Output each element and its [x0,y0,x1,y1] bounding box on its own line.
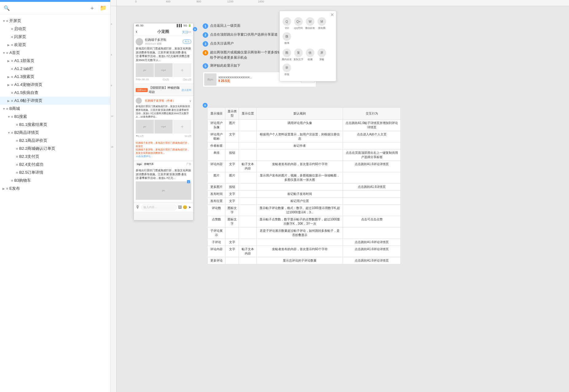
page-icon: ≡ [11,131,13,134]
collect-icon: 收 [306,49,314,57]
sidebar-item-a1-landing[interactable]: ▶≡A1.1部落页 [0,57,110,65]
table-cell-4-4: 点击跳转A1.6评论详情页 [343,161,401,172]
phone-more-button[interactable]: ··· [188,29,191,34]
table-row: 发布位置文字标记用户位置 [208,198,401,205]
table-cell-7-3: 标记帖子发布时间 [257,191,343,198]
sidebar-item-b2-4-pay-success[interactable]: ≡B2.4支付成功 [0,161,110,169]
tree-item-label: B1搜索 [14,114,27,119]
tree-arrow: ▼ [2,107,6,111]
anno-num-5: 5 [203,63,208,69]
add-page-button[interactable]: ＋ [89,4,95,12]
share-modal-close[interactable]: ✕ [330,12,334,17]
section-enter-button[interactable]: 进入近邻 [181,88,191,92]
share-wechat[interactable]: W 微信好友 [306,17,315,30]
sidebar-item-b2-5-order-detail[interactable]: ≡B2.5订单详情 [0,169,110,177]
anno-text-5: 测评贴此处显示如下 [210,63,240,68]
sidebar-item-b2-product-detail[interactable]: ▼≡B2商品详情页 [0,129,110,137]
post-username: 狂跑喵子多牙鞋 [145,38,183,42]
tree-arrow: ▼ [2,51,6,55]
emoji-icon[interactable]: 😊 [183,205,187,209]
table-cell-14-2 [239,257,257,264]
table-cell-6-2 [239,184,257,191]
copy-label: 复制文字 [294,58,303,61]
phone-back-button[interactable]: ‹ [136,29,137,34]
sidebar-item-b1-search[interactable]: ▼≡B1搜索 [0,113,110,121]
tree-arrow: ▶ [2,187,6,190]
page-icon: ≡ [11,43,13,47]
table-row: 评论内容文字帖子文本内容发帖者发布的内容，首次显示约60个字符点击跳转A1.6评… [208,161,401,172]
sidebar-item-b-mall[interactable]: ▼≡B商城 [0,105,110,113]
folder-button[interactable]: 📁 [100,5,107,11]
col-header-action: 交互行为 [343,108,401,120]
table-cell-10-0: 点赞数 [208,216,225,227]
sidebar-item-a1-post-detail[interactable]: ▶≡A1.6帖子详情页 [0,97,110,105]
canvas-main: 0 400 800 1200 1600 0 4 8 12 16 45: 50 ▌… [111,0,569,392]
share-moments[interactable]: M 朋友圈 [317,17,326,30]
table-cell-9-2 [239,205,257,216]
table-cell-1-0: 评论用户昵称 [208,131,225,142]
table-cell-5-0: 图片 [208,172,225,184]
sidebar-item-a-home[interactable]: ▼≡A首页 [0,49,110,57]
page-icon: ≡ [16,163,18,166]
sidebar-item-e-publish[interactable]: ▶≡E发布 [0,184,110,192]
sidebar-item-startup[interactable]: ≡启动页 [0,25,110,33]
table-cell-13-0: 评论内容 [208,246,225,257]
share-nearby[interactable]: 圈 圈内好友 [282,49,291,61]
review-link[interactable]: 10条免费评论... [136,155,191,158]
section-header: 活跃icon 【猫猫部落】神秘的咖啡款 进入近邻 [134,84,193,96]
weibo-icon: 微 [283,32,291,41]
share-collect[interactable]: 收 收藏 [306,49,315,61]
share-report[interactable]: 举 举报 [282,64,291,76]
table-cell-8-4 [343,198,401,205]
table-cell-9-4 [343,205,401,216]
search-icon[interactable]: 🔍 [4,5,10,11]
share-block[interactable]: 屏 屏蔽 [317,49,326,61]
col-header-position: 显示位置 [239,108,257,120]
sidebar-item-welcome[interactable]: ▶≡欢迎页 [0,41,110,49]
follow-badge[interactable]: 关注 [182,30,188,34]
table-cell-12-3 [257,239,343,246]
share-copy[interactable]: 复 复制文字 [294,49,303,61]
sidebar-item-open-screen[interactable]: ▼≡开屏页 [0,17,110,25]
sidebar-item-a1-tab[interactable]: ≡A1.2 tab栏 [0,65,110,73]
sidebar-item-b2-3-pay[interactable]: ≡B2.3支付页 [0,153,110,161]
follow-button[interactable]: 关注 [183,39,191,44]
sidebar: 🔍 ＋ 📁 ▼≡开屏页≡启动页≡闪屏页▶≡欢迎页▼≡A首页▶≡A1.1部落页≡A… [0,0,111,392]
sidebar-item-flash[interactable]: ≡闪屏页 [0,33,110,41]
wechat-label: 微信好友 [305,26,315,30]
post-add-button[interactable]: + [173,63,191,77]
horizontal-ruler: 0 400 800 1200 1600 [117,0,569,6]
page-icon: ≡ [11,75,13,79]
col-header-item: 显示项目 [208,108,225,120]
table-row: 评论数图标文字显示帖子评论数量，格式：数字。超过1000显示用数字K,超过100… [208,205,401,216]
v-ruler-0: 0 [111,23,112,25]
report-label: 举报 [284,73,289,76]
comment-input[interactable]: 输入内容... [141,204,177,210]
table-cell-11-0: 子评论展示 [208,227,225,239]
mic-icon[interactable]: 🎙 [136,205,140,210]
send-icon[interactable]: ➤ [188,205,191,209]
phone-content: 狂跑喵子多牙鞋 2022/11/2 成都 关注 多地流行景区门票减免或打折，发放… [134,36,193,220]
sidebar-item-a1-search[interactable]: ▶≡A1.3搜索页 [0,73,110,81]
post-card-3: 多地出行景区门票减免或打折，发放文化和旅游消费券等措施。江苏开展'苏新消费·暑生… [134,167,193,202]
sidebar-item-a1-disease[interactable]: ≡A1.5疾病自查 [0,89,110,97]
author-add-btn[interactable]: + [173,120,191,134]
share-qq-zone[interactable]: Q+ QQ空间 [294,17,303,30]
sidebar-item-b2-2-confirm[interactable]: ≡B2.2商城确认订单页 [0,145,110,153]
block-icon: 屏 [318,49,326,57]
sidebar-item-a1-pet-detail[interactable]: ▶≡A1.4宠物详情页 [0,81,110,89]
table-cell-12-4: 点击跳转A1.6评论详情页 [343,239,401,246]
weibo-label: 微博 [284,41,289,45]
sidebar-item-b2-1-review[interactable]: ≡B2.1商品评价页 [0,137,110,145]
table-header-row: 显示项目 显示类型 显示位置 默认规则 交互行为 [208,108,401,120]
image-icon[interactable]: 🖼 [178,205,182,209]
sidebar-item-b3-cart[interactable]: ≡B3购物车 [0,177,110,184]
table-cell-6-4: 点击跳转A1.6详情页 [343,184,401,191]
sidebar-item-b1-search-result[interactable]: ≡B1.1搜索结果页 [0,121,110,129]
table-cell-11-1 [225,227,239,239]
share-weibo[interactable]: 微 微博 [282,32,291,45]
table-cell-2-1 [225,142,239,149]
share-qq[interactable]: Q QQ [282,17,291,30]
expand-button[interactable]: ∨ [189,99,191,103]
tree-item-label: B1.1搜索结果页 [19,122,47,127]
